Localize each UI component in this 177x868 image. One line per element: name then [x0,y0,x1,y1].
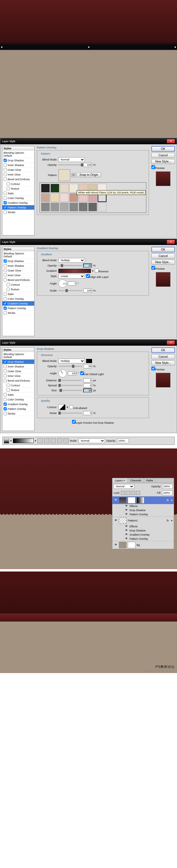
cancel-button[interactable]: Cancel [151,153,175,158]
list-satin[interactable]: Satin [2,191,34,196]
snap-button[interactable]: Snap to Origin [77,172,101,177]
tab-paths[interactable]: Paths [144,478,156,483]
list-outer-glow[interactable]: Outer Glow [2,167,34,172]
opacity-input[interactable] [117,438,129,443]
align-checkbox[interactable]: Align with Layer [86,274,109,279]
color-swatch[interactable] [86,359,92,363]
close-button[interactable]: × [167,240,175,244]
opacity-input[interactable] [83,264,92,268]
lock-transparent-icon[interactable] [121,491,125,495]
list-texture[interactable]: Texture [2,186,34,191]
lock-position-icon[interactable] [131,491,135,495]
visibility-icon[interactable]: 👁 [113,519,118,522]
opacity-input[interactable] [83,163,92,167]
list-contour[interactable]: Contour [2,182,34,186]
list-bevel[interactable]: Bevel and Emboss [2,177,34,182]
effect-drop-shadow[interactable]: 👁Drop Shadow [112,508,174,512]
pattern-swatch[interactable] [60,203,69,211]
gradient-tool-icon[interactable] [4,438,9,443]
pattern-swatch[interactable] [79,203,87,211]
spread-slider[interactable] [58,385,82,386]
pattern-swatch[interactable] [69,203,78,211]
blending-options[interactable]: Blending Options: Default [2,151,34,158]
transform-handle[interactable] [88,46,90,48]
styles-header[interactable]: Styles [2,146,34,151]
diamond-gradient-icon[interactable] [64,438,69,443]
mask-thumb[interactable] [128,497,135,503]
lock-pixels-icon[interactable] [126,491,130,495]
size-slider[interactable] [58,390,82,391]
dropdown-icon[interactable]: ▾ [10,439,12,442]
pattern-swatch[interactable] [50,203,59,211]
layer-thumb[interactable] [119,517,127,524]
opacity-slider[interactable] [58,366,82,367]
preview-checkbox[interactable]: Preview [151,165,175,169]
dropdown-icon[interactable]: ▾ [92,270,94,272]
dropdown-icon[interactable]: ▾ [35,439,36,442]
layer-thumb[interactable] [119,497,127,503]
knockout-checkbox[interactable]: Layer Knocks Out Drop Shadow [72,420,114,424]
effects-row[interactable]: 👁Effects [112,504,174,508]
close-button[interactable]: × [167,340,175,345]
list-drop-shadow[interactable]: Drop Shadow [2,158,34,163]
global-light-checkbox[interactable]: Use Global Light [80,371,104,376]
collapse-icon[interactable]: ▾ [171,519,173,522]
visibility-icon[interactable]: 👁 [113,498,118,502]
cancel-button[interactable]: Cancel [151,253,175,258]
tab-layers[interactable]: Layers × [112,478,128,483]
list-drop-shadow[interactable]: Drop Shadow [2,360,34,364]
collapse-icon[interactable]: ▾ [171,499,173,502]
angle-input[interactable] [68,281,77,286]
pattern-swatch[interactable] [88,203,97,211]
angle-gradient-icon[interactable] [50,438,56,443]
reverse-checkbox[interactable]: Reverse [95,269,108,273]
blend-select[interactable]: Normal [113,484,134,489]
gradient-preview[interactable] [13,438,34,443]
layer-thumb[interactable] [119,542,127,548]
transform-handle[interactable] [1,46,3,48]
reflected-gradient-icon[interactable] [57,438,62,443]
effect-pattern-overlay[interactable]: 👁Pattern Overlay [112,512,174,517]
pattern-swatch[interactable] [41,193,50,202]
blend-mode-select[interactable]: Multiply [58,359,85,363]
scale-slider[interactable] [58,290,82,291]
style-select[interactable]: Linear [58,274,85,279]
pattern-swatch[interactable] [60,193,69,202]
scale-input[interactable] [83,288,92,293]
pattern-swatch[interactable] [41,184,50,192]
linear-gradient-icon[interactable] [37,438,43,443]
angle-dial[interactable] [58,279,67,288]
list-gradient-overlay[interactable]: Gradient Overlay [2,200,34,205]
blend-mode-select[interactable]: Normal [58,157,85,162]
layer-row[interactable]: 👁 Bg [112,541,174,549]
opacity-slider[interactable] [58,164,82,165]
list-inner-glow[interactable]: Inner Glow [2,172,34,177]
list-color-overlay[interactable]: Color Overlay [2,196,34,200]
ok-button[interactable]: OK [151,146,175,152]
layer-row[interactable]: 👁 Pattern1 fx▾ [112,517,174,524]
new-style-button[interactable]: New Style... [151,361,175,365]
pattern-swatch[interactable] [50,184,59,192]
new-style-button[interactable]: New Style... [151,159,175,164]
new-style-button[interactable]: New Style... [151,260,175,265]
angle-dial[interactable] [58,369,67,377]
pattern-swatch[interactable] [41,203,50,211]
dropdown-icon[interactable]: ▾ [67,406,68,409]
pattern-swatch[interactable] [98,203,106,211]
new-preset-icon[interactable]: ⊡ [71,173,76,177]
layer-row-active[interactable]: 👁 fx▾ [112,496,174,504]
lock-all-icon[interactable] [136,491,140,495]
list-gradient-overlay[interactable]: Gradient Overlay [2,301,34,306]
radial-gradient-icon[interactable] [44,438,49,443]
pattern-thumb[interactable] [58,169,70,181]
noise-slider[interactable] [58,412,82,414]
list-inner-shadow[interactable]: Inner Shadow [2,163,34,167]
gradient-preview[interactable] [58,269,91,273]
mask-thumb[interactable] [128,542,135,548]
pattern-swatch[interactable] [60,184,69,192]
anti-aliased-checkbox[interactable]: Anti-aliased [69,405,87,409]
dialog-titlebar[interactable]: Layer Style × [0,138,177,144]
gradient-thumb[interactable] [136,497,144,503]
distance-slider[interactable] [58,380,82,381]
tab-channels[interactable]: Channels [128,478,144,483]
